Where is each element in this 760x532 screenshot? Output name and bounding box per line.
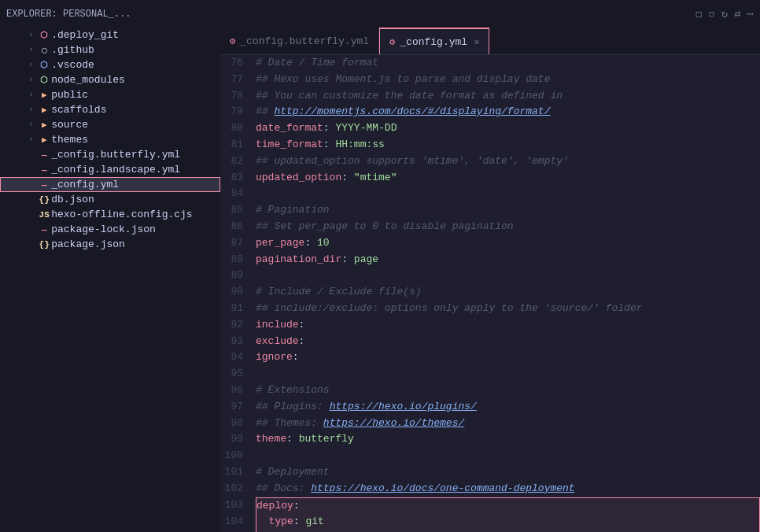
- code-line-80: 80date_format: YYYY-MM-DD: [220, 120, 760, 137]
- sidebar-item-hexo-offline[interactable]: JS hexo-offline.config.cjs: [0, 207, 220, 222]
- line-content: ignore:: [256, 349, 760, 366]
- arrow-icon: ›: [24, 120, 37, 129]
- file-type-icon: ▶: [37, 105, 51, 115]
- file-type-icon: ▶: [37, 120, 51, 130]
- arrow-icon: [24, 240, 37, 249]
- sidebar-item-package-json[interactable]: {} package.json: [0, 237, 220, 252]
- line-number: 87: [220, 235, 256, 252]
- line-content: type: git: [256, 514, 760, 530]
- code-line-83: 83updated_option: "mtime": [220, 170, 760, 187]
- code-line-78: 78## You can customize the date format a…: [220, 88, 760, 105]
- line-number: 92: [220, 317, 256, 334]
- editor-content[interactable]: 76# Date / Time format77## Hexo uses Mom…: [220, 55, 760, 532]
- code-line-85: 85# Pagination: [220, 202, 760, 219]
- indent: [0, 179, 24, 190]
- title-bar-icons: ◻ ◽ ↻ ⇄ ⋯: [695, 7, 754, 20]
- line-number: 98: [220, 416, 256, 432]
- line-content: include:: [256, 317, 760, 334]
- new-folder-icon[interactable]: ◽: [708, 7, 714, 20]
- tab-config-close[interactable]: ✕: [474, 36, 479, 48]
- arrow-icon: ›: [24, 105, 37, 114]
- code-line-102: 102## Docs: https://hexo.io/docs/one-com…: [220, 481, 760, 497]
- file-type-icon: ⬡: [37, 75, 51, 85]
- arrow-icon: [24, 225, 37, 234]
- tab-config[interactable]: ⚙ _config.yml ✕: [379, 28, 489, 54]
- line-number: 100: [220, 448, 256, 464]
- sidebar-item-themes[interactable]: › ▶ themes: [0, 132, 220, 147]
- line-number: 86: [220, 219, 256, 235]
- line-content: # Include / Exclude file(s): [256, 284, 760, 301]
- line-number: 85: [220, 202, 256, 219]
- file-type-icon: ◯: [37, 45, 51, 55]
- tab-butterfly-label: _config.butterfly.yml: [240, 35, 369, 47]
- line-number: 83: [220, 170, 256, 187]
- tab-butterfly[interactable]: ⚙ _config.butterfly.yml: [220, 28, 379, 54]
- code-line-98: 98## Themes: https://hexo.io/themes/: [220, 416, 760, 432]
- file-type-icon: {}: [37, 240, 51, 249]
- sidebar-item-config-butterfly[interactable]: — _config.butterfly.yml: [0, 147, 220, 162]
- sidebar-item-db-json[interactable]: {} db.json: [0, 192, 220, 207]
- line-number: 102: [220, 481, 256, 497]
- indent: [0, 238, 24, 250]
- line-number: 78: [220, 88, 256, 105]
- line-number: 84: [220, 186, 256, 202]
- tab-config-icon: ⚙: [389, 36, 395, 48]
- tab-config-label: _config.yml: [400, 36, 467, 48]
- code-line-76: 76# Date / Time format: [220, 55, 760, 72]
- line-number: 99: [220, 431, 256, 448]
- arrow-icon: [24, 150, 37, 159]
- line-number: 97: [220, 399, 256, 416]
- sidebar-item-scaffolds[interactable]: › ▶ scaffolds: [0, 102, 220, 117]
- line-content: updated_option: "mtime": [256, 170, 760, 187]
- code-line-95: 95: [220, 366, 760, 382]
- indent: [0, 164, 24, 175]
- sidebar-tree: › ⬡ .deploy_git › ◯ .github › ⬡ .vscode …: [0, 28, 220, 252]
- file-type-icon: ▶: [37, 90, 51, 100]
- indent: [0, 134, 24, 146]
- line-content: deploy:: [256, 497, 760, 515]
- sidebar-item-deploy-git[interactable]: › ⬡ .deploy_git: [0, 28, 220, 42]
- line-content: date_format: YYYY-MM-DD: [256, 120, 760, 137]
- sidebar-item-github[interactable]: › ◯ .github: [0, 42, 220, 57]
- refresh-icon[interactable]: ↻: [721, 7, 728, 20]
- file-label: package.json: [51, 238, 125, 250]
- file-label: db.json: [51, 194, 94, 205]
- line-number: 82: [220, 153, 256, 170]
- arrow-icon: [24, 210, 37, 219]
- more-icon[interactable]: ⋯: [747, 7, 754, 20]
- sidebar-item-config-landscape[interactable]: — _config.landscape.yml: [0, 162, 220, 177]
- indent: [0, 194, 24, 205]
- title-bar: EXPLORER: PERSONAL_... ◻ ◽ ↻ ⇄ ⋯: [0, 0, 760, 28]
- file-type-icon: —: [37, 150, 51, 160]
- file-label: .deploy_git: [51, 29, 119, 41]
- sidebar-item-config-yml[interactable]: — _config.yml: [0, 177, 220, 192]
- file-label: .github: [51, 44, 94, 56]
- arrow-icon: ›: [24, 46, 37, 54]
- line-content: ## Set per_page to 0 to disable paginati…: [256, 219, 760, 235]
- arrow-icon: ›: [24, 61, 37, 69]
- line-content: ## Plugins: https://hexo.io/plugins/: [256, 399, 760, 416]
- line-number: 95: [220, 366, 256, 382]
- file-label: scaffolds: [51, 104, 106, 116]
- line-number: 81: [220, 137, 256, 153]
- sidebar-item-vscode[interactable]: › ⬡ .vscode: [0, 57, 220, 72]
- code-line-88: 88pagination_dir: page: [220, 252, 760, 268]
- indent: [0, 44, 24, 56]
- sidebar-item-node_modules[interactable]: › ⬡ node_modules: [0, 72, 220, 87]
- sidebar-item-source[interactable]: › ▶ source: [0, 117, 220, 132]
- sidebar-item-package-lock[interactable]: — package-lock.json: [0, 222, 220, 237]
- collapse-icon[interactable]: ⇄: [734, 7, 740, 20]
- code-line-97: 97## Plugins: https://hexo.io/plugins/: [220, 399, 760, 416]
- new-file-icon[interactable]: ◻: [695, 7, 702, 20]
- sidebar-item-public[interactable]: › ▶ public: [0, 87, 220, 102]
- main-layout: › ⬡ .deploy_git › ◯ .github › ⬡ .vscode …: [0, 28, 760, 532]
- line-content: ## You can customize the date format as …: [256, 88, 760, 105]
- line-number: 79: [220, 104, 256, 120]
- indent: [0, 89, 24, 101]
- line-content: [256, 268, 760, 284]
- file-type-icon: —: [37, 180, 51, 190]
- indent: [0, 224, 24, 235]
- file-type-icon: ⬡: [37, 60, 51, 70]
- arrow-icon: ›: [24, 31, 37, 39]
- file-type-icon: ⬡: [37, 30, 51, 40]
